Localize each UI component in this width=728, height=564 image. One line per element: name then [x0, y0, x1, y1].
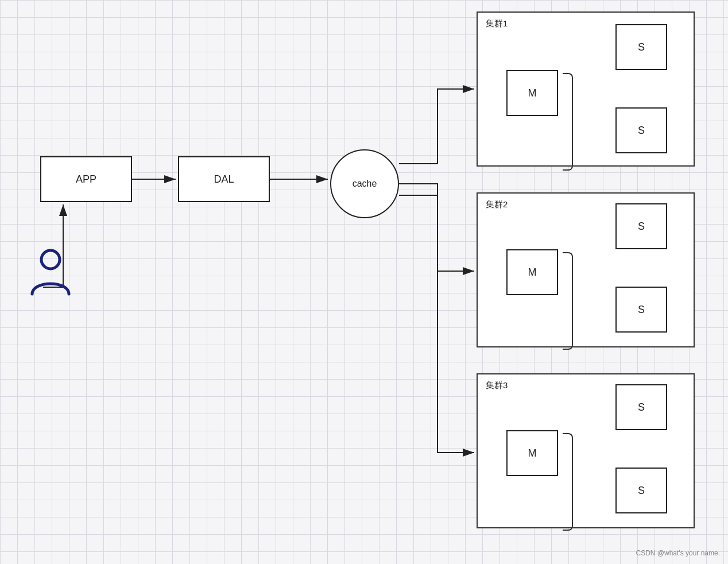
dal-node: DAL: [178, 156, 270, 202]
cluster3-slave1: S: [615, 384, 667, 430]
cluster3: 集群3 M S S: [477, 373, 695, 528]
cache-node: cache: [330, 149, 399, 218]
cluster3-brace: [563, 433, 573, 531]
cluster2-slave2: S: [615, 287, 667, 333]
cluster1-master: M: [506, 70, 558, 116]
cluster1-slave2: S: [615, 107, 667, 153]
app-node: APP: [40, 156, 132, 202]
cluster3-label: 集群3: [486, 380, 508, 391]
cluster3-master: M: [506, 430, 558, 476]
user-icon: [28, 247, 73, 301]
watermark: CSDN @what's your name.: [636, 549, 720, 557]
cluster1-label: 集群1: [486, 18, 508, 29]
cluster3-slave2: S: [615, 468, 667, 513]
cluster2-label: 集群2: [486, 199, 508, 210]
svg-point-4: [41, 250, 60, 269]
cluster1-slave1: S: [615, 24, 667, 70]
cluster2-master: M: [506, 249, 558, 295]
cluster2: 集群2 M S S: [477, 192, 695, 347]
cluster2-brace: [563, 252, 573, 350]
cluster2-slave1: S: [615, 203, 667, 249]
cluster1-brace: [563, 73, 573, 171]
cluster1: 集群1 M S S: [477, 11, 695, 167]
